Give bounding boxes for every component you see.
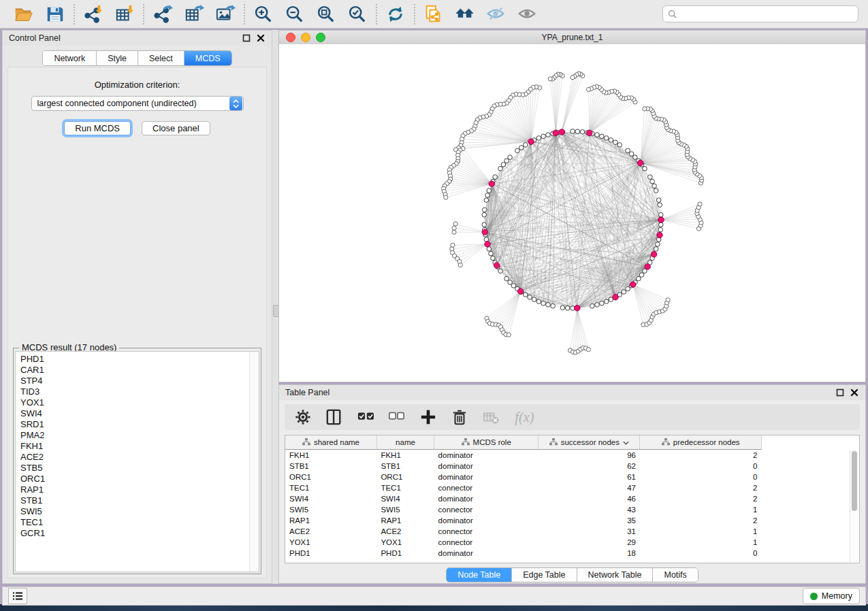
import-network-icon[interactable] [81, 3, 106, 26]
list-scrollbar[interactable] [249, 352, 259, 572]
network-node[interactable] [532, 297, 536, 302]
mcds-result-item[interactable]: PMA2 [20, 430, 259, 441]
select-all-checkboxes-icon[interactable] [357, 409, 374, 425]
network-node[interactable] [484, 198, 489, 203]
network-node[interactable] [570, 129, 575, 134]
zoom-selected-icon[interactable] [345, 3, 370, 26]
mcds-hub-node[interactable] [645, 264, 650, 269]
mcds-hub-node[interactable] [637, 160, 643, 165]
search-box[interactable] [662, 5, 858, 22]
table-scrollbar[interactable] [850, 450, 858, 562]
network-node[interactable] [501, 163, 506, 167]
network-node[interactable] [604, 299, 609, 304]
network-node[interactable] [575, 129, 580, 134]
network-node[interactable] [633, 155, 638, 160]
leaf-node[interactable] [452, 226, 456, 230]
network-node[interactable] [524, 293, 528, 297]
zoom-fit-icon[interactable] [314, 3, 338, 26]
network-node[interactable] [609, 138, 613, 143]
leaf-node[interactable] [570, 76, 575, 80]
network-node[interactable] [487, 247, 492, 252]
network-node[interactable] [491, 256, 496, 261]
export-table-icon[interactable] [182, 3, 206, 26]
network-node[interactable] [654, 188, 658, 193]
mcds-hub-node[interactable] [658, 217, 664, 222]
mcds-hub-node[interactable] [587, 130, 592, 135]
network-node[interactable] [483, 208, 487, 212]
network-node[interactable] [536, 299, 541, 304]
network-node[interactable] [622, 290, 626, 295]
mcds-hub-node[interactable] [575, 306, 580, 311]
search-input[interactable] [681, 9, 853, 20]
mcds-hub-node[interactable] [494, 263, 499, 268]
network-node[interactable] [541, 134, 546, 139]
tab-select[interactable]: Select [138, 51, 184, 65]
import-table-icon[interactable] [112, 3, 137, 26]
tab-mcds[interactable]: MCDS [184, 51, 231, 65]
network-node[interactable] [565, 306, 570, 311]
network-node[interactable] [658, 227, 663, 232]
zoom-out-icon[interactable] [283, 3, 307, 26]
table-row[interactable]: RAP1RAP1dominator352 [285, 515, 762, 526]
tab-motifs[interactable]: Motifs [653, 568, 697, 582]
export-image-icon[interactable] [213, 3, 238, 26]
memory-button[interactable]: Memory [803, 588, 860, 604]
export-network-icon[interactable] [150, 3, 175, 26]
network-node[interactable] [595, 303, 600, 308]
network-node[interactable] [482, 212, 487, 217]
network-window-titlebar[interactable]: YPA_prune.txt_1 [279, 31, 865, 45]
mcds-result-item[interactable]: SRD1 [20, 419, 259, 430]
mcds-result-item[interactable]: SWI5 [20, 506, 259, 517]
add-column-icon[interactable] [419, 409, 437, 425]
float-panel-icon[interactable] [242, 33, 251, 43]
network-node[interactable] [487, 188, 492, 193]
network-node[interactable] [659, 212, 664, 217]
network-node[interactable] [604, 136, 609, 141]
scrollbar-thumb[interactable] [852, 451, 857, 511]
network-node[interactable] [536, 136, 541, 141]
mcds-result-item[interactable]: SWI4 [20, 408, 259, 419]
network-node[interactable] [617, 143, 622, 148]
mcds-result-list[interactable]: PHD1CAR1STP4TID3YOX1SWI4SRD1PMA2FKH1ACE2… [15, 351, 259, 572]
mcds-result-item[interactable]: PHD1 [20, 354, 259, 365]
network-node[interactable] [595, 133, 600, 137]
zoom-in-icon[interactable] [251, 3, 276, 26]
mcds-hub-node[interactable] [517, 288, 523, 294]
network-node[interactable] [551, 303, 556, 308]
network-node[interactable] [650, 179, 655, 184]
network-node[interactable] [560, 306, 565, 310]
network-node[interactable] [658, 203, 662, 208]
table-row[interactable]: ACE2ACE2connector311 [285, 526, 762, 537]
panel-splitter[interactable] [272, 30, 278, 584]
settings-gear-icon[interactable] [294, 409, 312, 425]
table-row[interactable]: SWI5SWI5connector431 [285, 504, 762, 515]
network-graph[interactable] [279, 44, 865, 382]
mcds-hub-node[interactable] [482, 229, 487, 235]
mcds-hub-node[interactable] [613, 295, 618, 300]
tab-node-table[interactable]: Node Table [447, 568, 512, 582]
table-row[interactable]: SWI4SWI4dominator462 [285, 493, 762, 504]
mcds-result-item[interactable]: CAR1 [20, 365, 259, 376]
network-node[interactable] [489, 251, 494, 256]
tab-network[interactable]: Network [43, 51, 97, 65]
mcds-hub-node[interactable] [559, 129, 564, 135]
network-node[interactable] [482, 222, 487, 227]
close-panel-icon[interactable] [256, 33, 266, 43]
delete-column-icon[interactable] [451, 409, 468, 425]
mcds-result-item[interactable]: FKH1 [20, 441, 259, 452]
mcds-result-item[interactable]: YOX1 [20, 397, 259, 408]
network-node[interactable] [508, 280, 513, 285]
task-history-button[interactable] [8, 588, 27, 604]
mcds-result-item[interactable]: TEC1 [20, 517, 259, 528]
table-row[interactable]: STB1STB1dominator620 [285, 461, 762, 472]
show-all-icon[interactable] [515, 3, 540, 26]
column-header-predecessor-nodes[interactable]: predecessor nodes [640, 435, 762, 450]
mcds-result-item[interactable]: ACE2 [20, 452, 259, 463]
leaf-node[interactable] [548, 77, 552, 81]
network-node[interactable] [519, 146, 524, 150]
mcds-result-item[interactable]: STB1 [20, 495, 259, 506]
leaf-node[interactable] [698, 202, 702, 206]
network-node[interactable] [504, 159, 509, 163]
network-node[interactable] [613, 140, 618, 145]
close-panel-button[interactable]: Close panel [142, 121, 210, 135]
